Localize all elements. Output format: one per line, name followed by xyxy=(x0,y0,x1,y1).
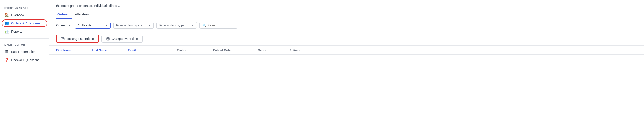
chevron-down-icon: ▼ xyxy=(106,24,108,27)
filter-payment-dropdown[interactable]: Filter orders by pa... ▼ xyxy=(156,22,197,29)
list-icon: ☰ xyxy=(4,49,9,54)
tab-attendees[interactable]: Attendees xyxy=(74,10,93,19)
message-attendees-label: Message attendees xyxy=(66,37,94,40)
change-event-time-button[interactable]: Change event time xyxy=(102,35,143,43)
change-event-time-label: Change event time xyxy=(112,37,138,40)
filter-payment-placeholder: Filter orders by pa... xyxy=(159,23,187,27)
sidebar-item-orders-attendees[interactable]: 👥 Orders & Attendees xyxy=(0,19,49,27)
sidebar-item-checkout-questions[interactable]: ❓ Checkout Questions xyxy=(0,56,49,64)
message-attendees-button[interactable]: Message attendees xyxy=(56,35,99,43)
actions-row: Message attendees Change event time xyxy=(49,32,644,46)
col-sales: Sales xyxy=(258,48,290,52)
sidebar-item-reports[interactable]: 📊 Reports xyxy=(0,27,49,36)
event-editor-section-label: EVENT EDITOR xyxy=(0,41,49,47)
calendar-clock-icon xyxy=(106,37,110,40)
col-actions: Actions xyxy=(290,48,637,52)
users-icon: 👥 xyxy=(4,21,9,25)
sidebar-item-overview[interactable]: 🏠 Overview xyxy=(0,11,49,19)
sidebar: EVENT MANAGER 🏠 Overview 👥 Orders & Atte… xyxy=(0,0,49,138)
question-icon: ❓ xyxy=(4,58,9,62)
filters-row: Orders for : All Events ▼ Filter orders … xyxy=(49,19,644,32)
home-icon: 🏠 xyxy=(4,13,9,17)
col-date-of-order: Date of Order xyxy=(213,48,258,52)
search-input[interactable] xyxy=(208,23,234,27)
sidebar-item-label: Reports xyxy=(11,30,22,33)
orders-for-label: Orders for : xyxy=(56,23,72,27)
intro-text: the entire group or contact individuals … xyxy=(49,0,644,10)
filter-status-placeholder: Filter orders by sta... xyxy=(116,23,145,27)
all-events-value: All Events xyxy=(78,23,92,27)
reports-icon: 📊 xyxy=(4,29,9,34)
col-email: Email xyxy=(128,48,177,52)
search-box[interactable]: 🔍 xyxy=(200,22,238,29)
envelope-icon xyxy=(61,37,64,40)
sidebar-item-basic-information[interactable]: ☰ Basic Information xyxy=(0,47,49,56)
search-icon: 🔍 xyxy=(202,23,206,27)
svg-rect-1 xyxy=(106,38,109,40)
main-content: the entire group or contact individuals … xyxy=(49,0,644,138)
tabs-row: Orders Attendees xyxy=(49,10,644,19)
sidebar-item-label: Overview xyxy=(11,13,24,17)
tab-orders[interactable]: Orders xyxy=(56,10,72,19)
chevron-down-icon: ▼ xyxy=(148,24,151,27)
sidebar-item-label: Checkout Questions xyxy=(11,58,40,62)
event-manager-section-label: EVENT MANAGER xyxy=(0,4,49,11)
sidebar-item-label: Basic Information xyxy=(11,50,36,54)
chevron-down-icon: ▼ xyxy=(192,24,194,27)
filter-status-dropdown[interactable]: Filter orders by sta... ▼ xyxy=(113,22,154,29)
col-last-name: Last Name xyxy=(92,48,128,52)
sidebar-item-label: Orders & Attendees xyxy=(11,21,40,25)
col-status: Status xyxy=(177,48,213,52)
all-events-dropdown[interactable]: All Events ▼ xyxy=(75,22,110,29)
table-header: First Name Last Name Email Status Date o… xyxy=(49,46,644,55)
col-first-name: First Name xyxy=(56,48,92,52)
